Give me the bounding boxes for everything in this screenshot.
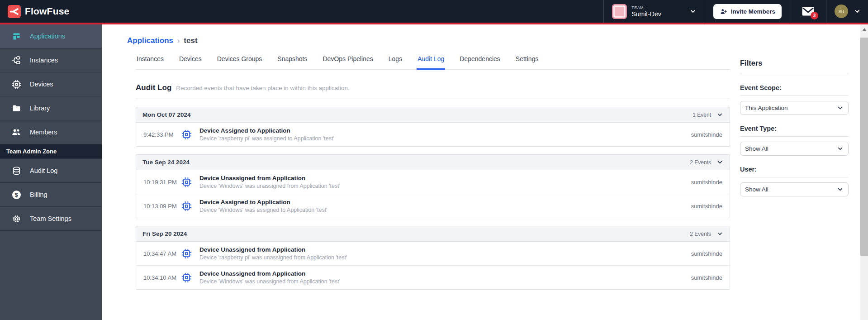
filter-select-event-type[interactable]: Show All [740, 142, 849, 156]
sidebar-item-members[interactable]: Members [0, 120, 102, 144]
application-tabs: InstancesDevicesDevices GroupsSnapshotsD… [136, 53, 730, 70]
settings-icon [11, 214, 21, 224]
event-user: sumitshinde [691, 250, 722, 257]
audit-group-header[interactable]: Mon Oct 07 2024 1 Event [136, 107, 730, 123]
sidebar-item-team-settings[interactable]: Team Settings [0, 207, 102, 231]
filter-field: Event Type: Show All [740, 125, 849, 156]
team-caption: TEAM: [631, 5, 661, 10]
event-user: sumitshinde [691, 203, 722, 210]
group-date: Mon Oct 07 2024 [142, 111, 191, 118]
chevron-down-icon [854, 8, 861, 15]
sidebar-item-label: Applications [30, 33, 65, 40]
event-description: Device 'Windows' was unassigned from App… [199, 278, 691, 285]
instances-icon [11, 55, 21, 65]
tab-devices[interactable]: Devices [178, 53, 203, 69]
sidebar-item-billing[interactable]: $ Billing [0, 183, 102, 207]
event-description: Device 'Windows' was unassigned from App… [199, 183, 691, 189]
event-description: Device 'raspberry pi' was assigned to Ap… [199, 135, 691, 142]
tab-snapshots[interactable]: Snapshots [276, 53, 308, 69]
audit-group-header[interactable]: Tue Sep 24 2024 2 Events [136, 155, 730, 170]
sidebar-item-label: Instances [30, 57, 58, 64]
tab-settings[interactable]: Settings [515, 53, 540, 69]
event-user: sumitshinde [691, 131, 722, 138]
vertical-scrollbar[interactable] [860, 24, 868, 320]
event-title: Device Unassigned from Application [199, 270, 691, 277]
notifications-button[interactable]: 3 [802, 7, 814, 16]
navbar-right: TEAM: Sumit-Dev Invite Members [603, 0, 868, 23]
audit-event-row: 10:19:31 PM Device Unassigned from Appli… [136, 170, 730, 194]
profile-menu[interactable]: su [826, 0, 868, 23]
event-time: 10:13:09 PM [143, 203, 180, 210]
devices-icon [11, 79, 21, 89]
sidebar-item-devices[interactable]: Devices [0, 72, 102, 96]
brand-name: FlowFuse [25, 6, 69, 17]
sidebar-item-library[interactable]: Library [0, 96, 102, 120]
event-title: Device Assigned to Application [199, 199, 691, 205]
event-time: 10:34:10 AM [143, 274, 180, 281]
scrollbar-up-arrow[interactable] [862, 28, 867, 31]
filter-field: Event Scope: This Application [740, 84, 849, 115]
filter-label: Event Type: [740, 125, 849, 137]
chevron-down-icon [716, 159, 723, 166]
device-chip-icon [181, 177, 192, 187]
filters-divider [740, 74, 849, 74]
event-user: sumitshinde [691, 179, 722, 186]
user-plus-icon [720, 8, 727, 15]
tab-logs[interactable]: Logs [388, 53, 403, 69]
tab-devices-groups[interactable]: Devices Groups [216, 53, 263, 69]
tab-instances[interactable]: Instances [136, 53, 165, 69]
breadcrumb: Applications › test [102, 24, 860, 45]
main-content: Applications › test InstancesDevicesDevi… [102, 24, 860, 320]
group-date: Fri Sep 20 2024 [142, 230, 187, 237]
team-selector[interactable]: TEAM: Sumit-Dev [603, 0, 704, 23]
event-description: Device 'Windows' was assigned to Applica… [199, 207, 691, 213]
chevron-down-icon [837, 186, 844, 193]
filter-label: User: [740, 166, 849, 177]
event-title: Device Unassigned from Application [199, 246, 691, 253]
filter-select-event-scope[interactable]: This Application [740, 101, 849, 115]
library-icon [11, 103, 21, 113]
tab-dependencies[interactable]: Dependencies [459, 53, 501, 69]
audit-date-group: Tue Sep 24 2024 2 Events 10:19:31 PM Dev… [136, 154, 730, 218]
filters-title: Filters [740, 59, 849, 67]
user-avatar: su [835, 5, 848, 18]
notifications-section: 3 [790, 0, 826, 23]
filters-panel: Filters Event Scope: This Application Ev… [740, 53, 849, 290]
invite-section: Invite Members [705, 0, 790, 23]
event-user: sumitshinde [691, 274, 722, 281]
team-admin-zone-header: Team Admin Zone [0, 144, 102, 159]
event-title: Device Assigned to Application [199, 127, 691, 134]
audit-event-row: 10:34:47 AM Device Unassigned from Appli… [136, 242, 730, 265]
breadcrumb-applications-link[interactable]: Applications [127, 36, 173, 45]
notification-badge: 3 [811, 12, 818, 19]
sidebar-item-label: Members [30, 129, 57, 136]
chevron-down-icon [837, 145, 844, 152]
audit-event-row: 10:34:10 AM Device Unassigned from Appli… [136, 265, 730, 289]
event-time: 9:42:33 PM [143, 131, 180, 138]
members-icon [11, 127, 21, 137]
sidebar-item-label: Library [30, 105, 50, 112]
team-name: Sumit-Dev [631, 10, 661, 18]
event-description: Device 'raspberry pi' was unassigned fro… [199, 254, 691, 261]
invite-members-button[interactable]: Invite Members [713, 4, 782, 19]
page-subtitle: Recorded events that have taken place in… [176, 85, 349, 91]
sidebar-item-instances[interactable]: Instances [0, 48, 102, 72]
sidebar-item-audit-log[interactable]: Audit Log [0, 159, 102, 183]
tab-devops-pipelines[interactable]: DevOps Pipelines [322, 53, 374, 69]
audit-event-row: 10:13:09 PM Device Assigned to Applicati… [136, 194, 730, 218]
sidebar-item-applications[interactable]: Applications [0, 24, 102, 48]
flowfuse-brand[interactable]: FlowFuse [0, 5, 69, 18]
group-event-count: 2 Events [690, 231, 711, 237]
filter-label: Event Scope: [740, 84, 849, 96]
sidebar: Applications Instances Devices Library M… [0, 24, 102, 320]
scrollbar-thumb[interactable] [860, 38, 868, 256]
heading-divider [136, 99, 730, 99]
filter-select-user[interactable]: Show All [740, 182, 849, 196]
breadcrumb-current: test [184, 36, 197, 45]
flowfuse-logo-icon [8, 5, 21, 18]
group-event-count: 1 Event [693, 112, 711, 118]
sidebar-item-label: Team Settings [30, 215, 71, 222]
audit-group-header[interactable]: Fri Sep 20 2024 2 Events [136, 226, 730, 242]
device-chip-icon [181, 248, 192, 259]
tab-audit-log[interactable]: Audit Log [417, 53, 445, 70]
